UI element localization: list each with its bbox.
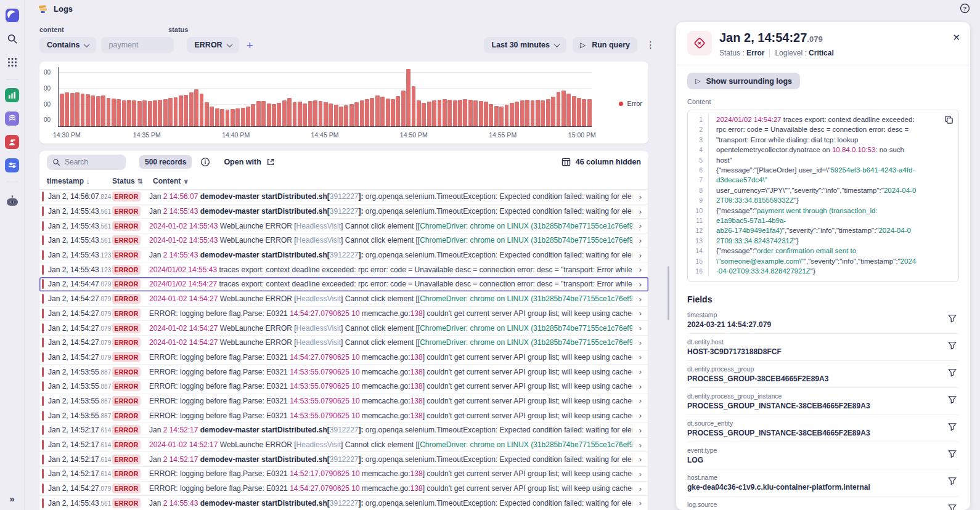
error-bar[interactable]: [468, 100, 473, 126]
copy-icon[interactable]: [944, 115, 953, 124]
close-icon[interactable]: ✕: [952, 32, 960, 43]
error-bar[interactable]: [148, 101, 152, 126]
error-bar[interactable]: [251, 104, 255, 126]
row-expand-chevron-icon[interactable]: ›: [632, 338, 648, 347]
error-bar[interactable]: [566, 94, 571, 126]
filter-funnel-icon[interactable]: [948, 423, 957, 431]
scrollbar-thumb[interactable]: [668, 266, 669, 320]
search-box[interactable]: [47, 155, 126, 170]
error-bar[interactable]: [412, 86, 416, 126]
error-bar[interactable]: [303, 103, 307, 126]
error-bar[interactable]: [479, 101, 483, 126]
error-bar[interactable]: [334, 105, 338, 126]
error-bar[interactable]: [443, 99, 447, 126]
error-bar[interactable]: [561, 91, 566, 126]
filter-funnel-icon[interactable]: [948, 450, 957, 458]
error-bar[interactable]: [319, 101, 323, 126]
error-bar[interactable]: [256, 101, 261, 126]
info-icon[interactable]: [200, 157, 210, 167]
error-bar[interactable]: [520, 100, 525, 126]
error-bar[interactable]: [179, 95, 183, 126]
error-bar[interactable]: [557, 92, 561, 126]
error-bar[interactable]: [241, 108, 245, 126]
row-expand-chevron-icon[interactable]: ›: [632, 294, 648, 304]
row-expand-chevron-icon[interactable]: ›: [632, 265, 648, 274]
error-bar[interactable]: [235, 108, 240, 126]
contains-dropdown[interactable]: Contains: [39, 37, 96, 53]
open-with-button[interactable]: Open with: [224, 158, 274, 166]
error-bar[interactable]: [313, 100, 317, 126]
error-bar[interactable]: [438, 100, 442, 126]
table-row[interactable]: Jan 2, 14:52:17.614ERRORJan 2 14:52:17 d…: [39, 452, 648, 467]
error-bar[interactable]: [86, 94, 90, 126]
columns-hidden-button[interactable]: 46 column hidden: [561, 158, 641, 166]
error-bar[interactable]: [65, 92, 69, 126]
error-bar[interactable]: [153, 100, 157, 126]
error-bar[interactable]: [220, 109, 224, 126]
chart-plot-area[interactable]: 00000000: [58, 67, 592, 127]
error-bar[interactable]: [246, 107, 250, 126]
table-row[interactable]: Jan 2, 14:55:43.561ERRORJan 2 14:55:43 d…: [39, 496, 648, 510]
app-blue-sliders-icon[interactable]: [4, 157, 20, 173]
table-row[interactable]: Jan 2, 14:54:27.079ERRORERROR: logging b…: [39, 482, 648, 496]
error-bar[interactable]: [112, 99, 116, 126]
row-expand-chevron-icon[interactable]: ›: [632, 207, 648, 216]
error-bar[interactable]: [96, 96, 100, 126]
error-bar[interactable]: [525, 100, 529, 126]
row-expand-chevron-icon[interactable]: ›: [632, 367, 648, 376]
error-bar[interactable]: [298, 102, 302, 126]
error-bar[interactable]: [344, 105, 348, 126]
row-expand-chevron-icon[interactable]: ›: [632, 192, 648, 201]
row-expand-chevron-icon[interactable]: ›: [632, 498, 648, 508]
table-row[interactable]: Jan 2, 14:55:43.123ERROR2024/01/02 14:55…: [39, 262, 648, 277]
add-filter-button[interactable]: +: [247, 39, 253, 51]
error-bar[interactable]: [375, 95, 380, 126]
table-row[interactable]: Jan 2, 14:53:55.887ERRORERROR: logging b…: [39, 408, 648, 423]
error-bar[interactable]: [132, 100, 136, 126]
table-row[interactable]: Jan 2, 14:54:27.079ERRORERROR: logging b…: [39, 307, 648, 322]
error-bar[interactable]: [531, 100, 535, 126]
show-surrounding-logs-button[interactable]: ▷ Show surrounding logs: [687, 73, 800, 89]
error-bar[interactable]: [587, 99, 592, 126]
error-bar[interactable]: [505, 105, 509, 126]
error-bar[interactable]: [231, 109, 235, 126]
chart-legend[interactable]: Error: [619, 100, 642, 107]
filter-funnel-icon[interactable]: [948, 341, 957, 350]
table-row[interactable]: Jan 2, 14:52:17.614ERROR2024-01-02 14:52…: [39, 438, 648, 453]
table-row[interactable]: Jan 2, 14:55:43.561ERRORJan 2 14:55:43 d…: [39, 204, 648, 219]
error-bar[interactable]: [107, 98, 111, 126]
error-bar[interactable]: [122, 100, 126, 126]
table-row[interactable]: Jan 2, 14:55:43.561ERROR2024-01-02 14:55…: [39, 219, 648, 233]
dynatrace-logo-icon[interactable]: [4, 7, 20, 23]
error-bar[interactable]: [489, 104, 493, 126]
search-icon[interactable]: [4, 31, 20, 47]
row-expand-chevron-icon[interactable]: ›: [632, 484, 648, 493]
table-row[interactable]: Jan 2, 14:52:17.614ERRORERROR: logging b…: [39, 467, 648, 482]
error-bar[interactable]: [168, 98, 173, 126]
table-row-selected[interactable]: Jan 2, 14:54:47.079ERROR2024/01/02 14:54…: [39, 277, 648, 292]
error-bar[interactable]: [515, 102, 519, 126]
help-icon[interactable]: ?: [960, 3, 970, 14]
error-bar[interactable]: [70, 93, 75, 126]
error-bar[interactable]: [546, 99, 550, 126]
error-bar[interactable]: [329, 103, 333, 126]
error-bar[interactable]: [210, 107, 214, 126]
error-bar[interactable]: [572, 96, 576, 126]
column-header-content[interactable]: Content∨: [153, 177, 648, 185]
error-bar[interactable]: [360, 100, 364, 126]
error-bar[interactable]: [499, 107, 504, 126]
error-bar[interactable]: [458, 100, 462, 126]
table-row[interactable]: Jan 2, 14:53:55.887ERRORERROR: logging b…: [39, 394, 648, 409]
error-bar[interactable]: [101, 95, 105, 126]
row-expand-chevron-icon[interactable]: ›: [632, 382, 648, 391]
time-range-dropdown[interactable]: Last 30 minutes: [484, 37, 566, 53]
error-bar[interactable]: [194, 89, 198, 126]
row-expand-chevron-icon[interactable]: ›: [632, 426, 648, 435]
filter-funnel-icon[interactable]: [948, 368, 957, 377]
error-bar[interactable]: [354, 102, 359, 126]
error-bar[interactable]: [272, 104, 276, 126]
error-bar[interactable]: [158, 100, 162, 126]
error-bar[interactable]: [226, 110, 230, 126]
row-expand-chevron-icon[interactable]: ›: [632, 455, 648, 464]
error-bar[interactable]: [386, 99, 390, 126]
